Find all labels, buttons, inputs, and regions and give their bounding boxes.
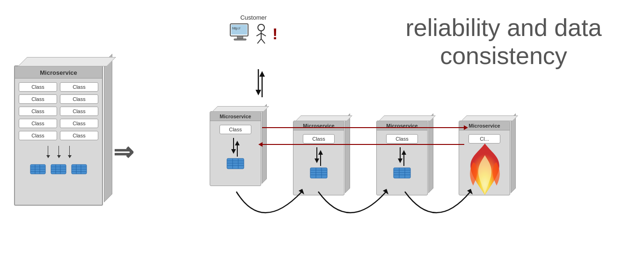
customer-area: Customer http:// ! bbox=[229, 14, 278, 44]
svg-line-8 bbox=[261, 33, 266, 36]
mono-db-row bbox=[15, 162, 102, 176]
micro1-db bbox=[210, 157, 261, 171]
svg-rect-37 bbox=[227, 158, 244, 169]
micro3-v-arrows bbox=[377, 147, 427, 166]
svg-marker-44 bbox=[315, 158, 319, 163]
red-arrow-bottom bbox=[262, 144, 464, 145]
class-grid: Class Class Class Class Class Class Clas… bbox=[15, 79, 102, 144]
customer-icons: http:// ! bbox=[229, 23, 278, 44]
svg-rect-4 bbox=[234, 39, 246, 40]
monolith-front-face: Microservice Class Class Class Class Cla… bbox=[14, 65, 103, 206]
class-box-4: Class bbox=[60, 94, 98, 104]
class-box-8: Class bbox=[60, 119, 98, 128]
customer-label: Customer bbox=[240, 14, 266, 21]
customer-up-arrow bbox=[257, 69, 267, 97]
svg-rect-3 bbox=[237, 36, 243, 39]
svg-marker-54 bbox=[398, 158, 402, 163]
svg-point-5 bbox=[258, 24, 264, 31]
micro2-label: Microservice bbox=[293, 121, 344, 130]
svg-marker-34 bbox=[231, 149, 236, 154]
micro3-label: Microservice bbox=[377, 121, 427, 130]
micro1-class: Class bbox=[220, 125, 251, 134]
db-icon-1 bbox=[29, 162, 46, 176]
micro1-label: Microservice bbox=[210, 112, 261, 121]
exclamation-icon: ! bbox=[272, 25, 278, 43]
svg-rect-47 bbox=[310, 168, 327, 178]
microservice-4: Microservice Cl... bbox=[459, 121, 510, 197]
svg-marker-46 bbox=[318, 150, 323, 155]
heading-line1: reliability and data bbox=[382, 14, 625, 42]
micro2-db bbox=[293, 166, 344, 180]
mono-connectors bbox=[15, 146, 102, 158]
db-icon-3 bbox=[71, 162, 88, 176]
monolith-label: Microservice bbox=[15, 66, 102, 79]
monolith-top-face bbox=[18, 57, 116, 66]
fire-overlay bbox=[459, 139, 510, 195]
micro2-v-arrows bbox=[293, 147, 344, 166]
svg-marker-56 bbox=[402, 150, 406, 155]
svg-line-7 bbox=[256, 33, 261, 36]
person-icon bbox=[253, 23, 270, 44]
class-box-1: Class bbox=[19, 82, 57, 92]
svg-line-10 bbox=[261, 39, 265, 43]
heading-line2: consistency bbox=[382, 42, 625, 70]
micro3-db bbox=[377, 166, 427, 180]
microservice-3: Microservice Class bbox=[376, 121, 428, 195]
svg-line-9 bbox=[257, 39, 261, 43]
curved-arrows-svg bbox=[211, 187, 515, 248]
micro1-v-arrows bbox=[210, 138, 261, 157]
monolith-right-face bbox=[104, 54, 112, 202]
class-box-9: Class bbox=[19, 131, 57, 140]
svg-marker-14 bbox=[259, 71, 265, 77]
svg-rect-57 bbox=[394, 168, 410, 178]
heading: reliability and data consistency bbox=[382, 14, 625, 70]
connector-2 bbox=[59, 146, 59, 158]
class-box-7: Class bbox=[19, 119, 57, 128]
transform-arrow: ⇒ bbox=[113, 138, 134, 166]
class-box-5: Class bbox=[19, 107, 57, 116]
svg-marker-36 bbox=[235, 141, 240, 145]
microservice-2: Microservice Class bbox=[293, 121, 344, 195]
class-box-2: Class bbox=[60, 82, 98, 92]
micro2-class: Class bbox=[303, 134, 335, 144]
microservice-1: Microservice Class bbox=[210, 111, 261, 186]
class-box-6: Class bbox=[60, 107, 98, 116]
db-icon-2 bbox=[50, 162, 67, 176]
micro3-class: Class bbox=[386, 134, 418, 144]
svg-text:http://: http:// bbox=[232, 27, 241, 30]
class-box-10: Class bbox=[60, 131, 98, 140]
class-box-3: Class bbox=[19, 94, 57, 104]
connector-1 bbox=[48, 146, 48, 158]
computer-icon: http:// bbox=[229, 23, 251, 44]
customer-arrows bbox=[250, 69, 267, 97]
monolith-server: Microservice Class Class Class Class Cla… bbox=[14, 65, 103, 206]
red-arrow-top bbox=[262, 127, 464, 128]
connector-3 bbox=[69, 146, 70, 158]
